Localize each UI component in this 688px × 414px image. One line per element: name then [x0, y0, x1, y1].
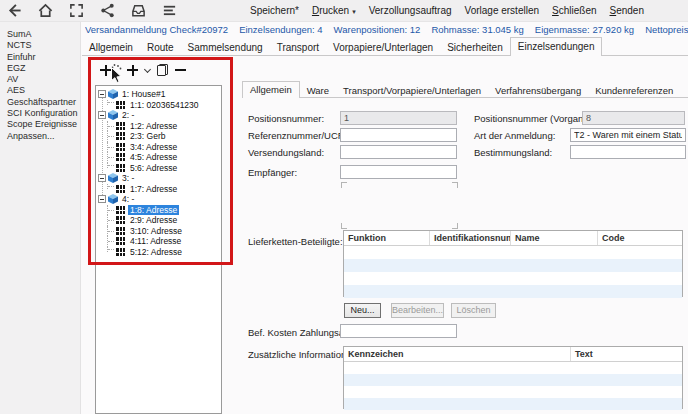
packages-icon [116, 216, 125, 224]
column-header-text[interactable]: Text [571, 347, 682, 361]
packages-icon [116, 153, 125, 161]
tree-group[interactable]: 2: - [96, 110, 221, 121]
column-header-code[interactable]: Code [598, 231, 682, 245]
sidebar-item-aes[interactable]: AES [0, 85, 80, 96]
chevron-down-icon[interactable] [144, 67, 151, 74]
subtab-kundenreferenzen[interactable]: Kundenreferenzen [588, 83, 680, 98]
back-icon[interactable] [7, 3, 22, 18]
sidebar-item-geschaeftspartner[interactable]: Geschäftspartner [0, 97, 80, 108]
tab-allgemein[interactable]: Allgemein [82, 39, 140, 56]
empfaenger-field[interactable] [340, 165, 457, 179]
save-button[interactable]: Speichern* [250, 5, 299, 16]
tree-item[interactable]: 5:12: Adresse [96, 247, 221, 258]
tree-group[interactable]: 4: - [96, 194, 221, 205]
sidebar-item-ncts[interactable]: NCTS [0, 40, 80, 51]
column-header-kennzeichen[interactable]: Kennzeichen [344, 347, 571, 361]
tree-connector [107, 131, 114, 142]
subtab-verfahrensuebergang[interactable]: Verfahrensübergang [488, 83, 588, 98]
home-icon[interactable] [38, 3, 53, 18]
bef-kosten-label: Bef. Kosten Zahlungsart: [248, 327, 353, 338]
fullscreen-icon[interactable] [69, 3, 84, 18]
empty-table-row [344, 398, 682, 410]
package-icon [108, 110, 118, 120]
bearbeiten-button[interactable]: Bearbeiten... [391, 303, 444, 318]
referenznummer-label: Referenznummer/UCR: [248, 130, 347, 141]
collapse-icon[interactable] [98, 90, 106, 98]
inbox-icon[interactable] [131, 3, 146, 18]
tree-item[interactable]: 1:7: Adresse [96, 184, 221, 195]
add-icon[interactable] [100, 65, 111, 76]
package-icon [108, 89, 118, 99]
positionsnummer-vorgang-field[interactable] [582, 111, 685, 125]
bef-kosten-field[interactable] [340, 324, 457, 338]
add-icon[interactable] [127, 65, 138, 76]
bestimmungsland-field[interactable] [570, 145, 686, 159]
send-button[interactable]: Senden [610, 5, 644, 16]
collapse-icon[interactable] [98, 195, 106, 203]
empty-table-row [344, 246, 682, 259]
subtab-transport-vorpapiere[interactable]: Transport/Vorpapiere/Unterlagen [336, 83, 488, 98]
verzollungsauftrag-button[interactable]: Verzollungsauftrag [369, 5, 452, 16]
tree-item-selected[interactable]: 1:8: Adresse [96, 205, 221, 216]
sidebar-item-egz[interactable]: EGZ [0, 63, 80, 74]
art-der-anmeldung-field[interactable] [570, 128, 686, 142]
tree-connector [107, 236, 114, 247]
corner-mark [452, 223, 458, 229]
referenznummer-field[interactable] [340, 128, 457, 142]
tree-connector [107, 226, 114, 237]
packages-icon [116, 227, 125, 235]
tab-einzelsendungen[interactable]: Einzelsendungen [510, 37, 603, 56]
sidebar-item-av[interactable]: AV [0, 74, 80, 85]
tree-item[interactable]: 4:5: Adresse [96, 152, 221, 163]
tree-item[interactable]: 3:10: Adresse [96, 226, 221, 237]
remove-icon[interactable] [175, 69, 186, 71]
tree-item[interactable]: 2:9: Adresse [96, 215, 221, 226]
stat-eigenmasse: Eigenmasse: 27.920 kg [535, 24, 634, 37]
corner-mark [341, 182, 347, 188]
packages-icon [116, 248, 125, 256]
empty-table-row [344, 259, 682, 272]
tab-route[interactable]: Route [140, 39, 181, 56]
packages-icon [116, 206, 125, 214]
close-button[interactable]: Schließen [552, 5, 596, 16]
empty-table-row [344, 285, 682, 298]
tab-sicherheiten[interactable]: Sicherheiten [440, 39, 510, 56]
tree-item[interactable]: 3:4: Adresse [96, 142, 221, 153]
module-sidebar: SumA NCTS Einfuhr EGZ AV AES Geschäftspa… [0, 22, 81, 414]
menu-icon[interactable] [162, 3, 177, 18]
tree-item[interactable]: 4:11: Adresse [96, 236, 221, 247]
sidebar-item-suma[interactable]: SumA [0, 29, 80, 40]
copy-icon[interactable] [157, 64, 168, 76]
column-header-name[interactable]: Name [511, 231, 598, 245]
tree-item[interactable]: 2:3: Gerb [96, 131, 221, 142]
subtab-allgemein[interactable]: Allgemein [242, 81, 300, 98]
tab-sammelsendung[interactable]: Sammelsendung [181, 39, 270, 56]
column-header-funktion[interactable]: Funktion [344, 231, 430, 245]
positionsnummer-vorgang-label: Positionsnummer (Vorgang): [474, 113, 594, 124]
sidebar-item-anpassen[interactable]: Anpassen... [0, 131, 80, 142]
tree-toolbar [100, 64, 186, 76]
neu-button[interactable]: Neu... [344, 303, 381, 318]
tree-item[interactable]: 1:2: Adresse [96, 121, 221, 132]
loeschen-button[interactable]: Löschen [451, 303, 496, 318]
positionsnummer-label: Positionsnummer: [248, 113, 324, 124]
vorlage-erstellen-button[interactable]: Vorlage erstellen [465, 5, 540, 16]
document-title: Versandanmeldung Check#20972 [85, 24, 228, 37]
subtab-ware[interactable]: Ware [300, 83, 336, 98]
share-icon[interactable] [100, 3, 115, 18]
collapse-icon[interactable] [98, 174, 106, 182]
sidebar-item-sci-konfiguration[interactable]: SCI Konfiguration [0, 108, 80, 119]
tree-group[interactable]: 3: - [96, 173, 221, 184]
sidebar-item-einfuhr[interactable]: Einfuhr [0, 52, 80, 63]
versendungsland-field[interactable] [340, 145, 457, 159]
sidebar-item-scope-ereignisse[interactable]: Scope Ereignisse [0, 119, 80, 130]
tree-item[interactable]: 1:1: 02036541230 [96, 100, 221, 111]
collapse-icon[interactable] [98, 111, 106, 119]
tree-item[interactable]: 5:6: Adresse [96, 163, 221, 174]
tab-transport[interactable]: Transport [270, 39, 326, 56]
column-header-identifikationsnummer[interactable]: Identifikationsnummer [430, 231, 511, 245]
print-button[interactable]: Drucken▾ [312, 5, 356, 16]
positionsnummer-field[interactable] [340, 111, 457, 125]
tab-vorpapiere[interactable]: Vorpapiere/Unterlagen [326, 39, 440, 56]
tree-group[interactable]: 1: House#1 [96, 89, 221, 100]
